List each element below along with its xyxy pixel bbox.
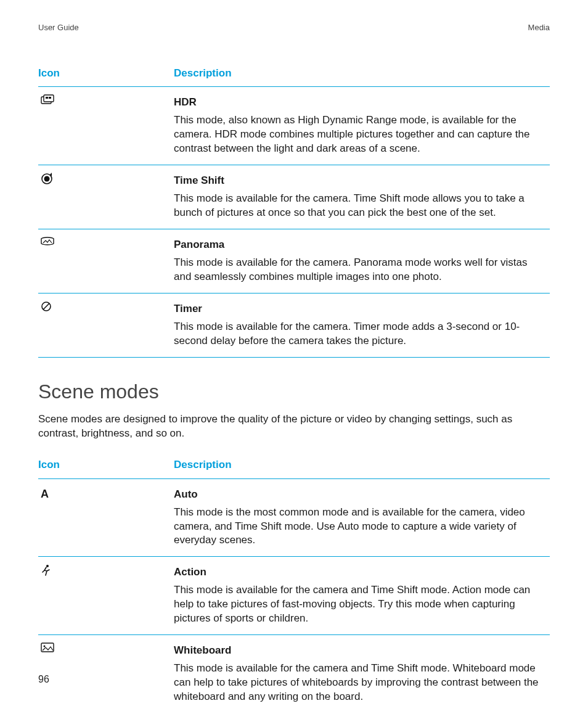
svg-rect-3 [49, 97, 51, 99]
running-header: User Guide Media [38, 22, 550, 33]
description-cell: Auto This mode is the most common mode a… [174, 478, 550, 557]
description-cell: Time Shift This mode is available for th… [174, 165, 550, 229]
timer-icon [41, 301, 52, 312]
mode-title: Auto [174, 488, 546, 502]
mode-title: Whiteboard [174, 644, 546, 658]
page: User Guide Media Icon Description [0, 0, 588, 706]
mode-title: Timer [174, 302, 546, 316]
description-cell: HDR This mode, also known as High Dynami… [174, 87, 550, 165]
column-header-description: Description [174, 60, 550, 87]
mode-title: HDR [174, 96, 546, 110]
column-header-icon: Icon [38, 60, 174, 87]
description-cell: Timer This mode is available for the cam… [174, 293, 550, 357]
whiteboard-icon [41, 642, 54, 652]
header-right: Media [528, 22, 550, 33]
icon-cell [38, 557, 174, 635]
icon-cell [38, 87, 174, 165]
table-row: Panorama This mode is available for the … [38, 229, 550, 293]
mode-description: This mode is available for the camera an… [174, 662, 546, 704]
mode-title: Action [174, 565, 546, 580]
scene-modes-table: Icon Description A Auto This mode is the… [38, 452, 550, 706]
action-icon [41, 564, 52, 577]
auto-icon: A [41, 486, 49, 501]
icon-cell: A [38, 478, 174, 557]
svg-line-7 [43, 303, 49, 310]
header-left: User Guide [38, 22, 79, 33]
table-header-row: Icon Description [38, 452, 550, 478]
hdr-icon [41, 94, 54, 105]
description-cell: Action This mode is available for the ca… [174, 557, 550, 635]
icon-cell [38, 293, 174, 357]
mode-description: This mode is available for the camera an… [174, 583, 546, 626]
table-row: A Auto This mode is the most common mode… [38, 478, 550, 557]
svg-rect-9 [41, 643, 54, 652]
column-header-description: Description [174, 452, 550, 478]
svg-point-8 [46, 565, 49, 567]
table-row: Time Shift This mode is available for th… [38, 165, 550, 229]
mode-description: This mode, also known as High Dynamic Ra… [174, 113, 546, 156]
mode-description: This mode is the most common mode and is… [174, 506, 546, 548]
table-header-row: Icon Description [38, 60, 550, 87]
section-intro: Scene modes are designed to improve the … [38, 413, 550, 441]
table-row: HDR This mode, also known as High Dynami… [38, 87, 550, 165]
svg-rect-2 [46, 97, 48, 99]
table-row: Action This mode is available for the ca… [38, 557, 550, 635]
mode-description: This mode is available for the camera. P… [174, 256, 546, 284]
svg-point-10 [44, 646, 46, 647]
svg-point-5 [44, 176, 50, 182]
description-cell: Whiteboard This mode is available for th… [174, 635, 550, 706]
icon-cell [38, 635, 174, 706]
description-cell: Panorama This mode is available for the … [174, 229, 550, 293]
page-number: 96 [38, 673, 49, 686]
table-row: Timer This mode is available for the cam… [38, 293, 550, 357]
timeshift-icon [41, 173, 53, 185]
panorama-icon [41, 237, 54, 245]
table-row: Whiteboard This mode is available for th… [38, 635, 550, 706]
mode-title: Panorama [174, 238, 546, 252]
mode-description: This mode is available for the camera. T… [174, 192, 546, 220]
mode-title: Time Shift [174, 174, 546, 188]
mode-description: This mode is available for the camera. T… [174, 320, 546, 348]
icon-cell [38, 229, 174, 293]
shooting-modes-table: Icon Description HDR This mode, also kno… [38, 60, 550, 358]
icon-cell [38, 165, 174, 229]
column-header-icon: Icon [38, 452, 174, 478]
section-heading-scene-modes: Scene modes [38, 379, 550, 405]
